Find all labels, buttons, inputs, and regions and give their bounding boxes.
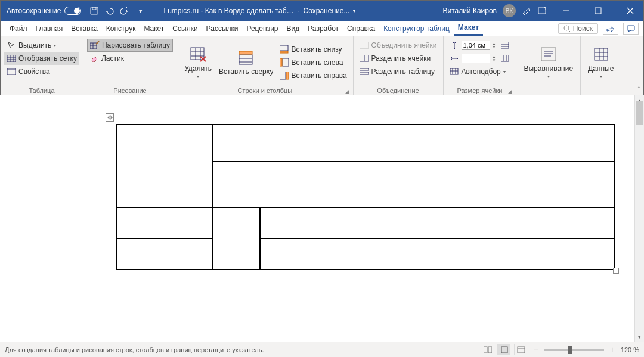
- insert-left-button[interactable]: Вставить слева: [277, 56, 349, 69]
- group-label-rows-cols: Строки и столбцы◢: [181, 86, 349, 95]
- comments-button[interactable]: [623, 23, 639, 35]
- draw-mode-icon[interactable]: [522, 6, 531, 15]
- share-button[interactable]: [603, 23, 618, 35]
- svg-rect-35: [280, 72, 286, 79]
- title-separator: -: [298, 7, 300, 15]
- vertical-scrollbar[interactable]: ▴ ▾: [634, 95, 644, 342]
- search-box[interactable]: Поиск: [558, 23, 598, 34]
- svg-rect-31: [280, 45, 288, 51]
- tab-table-layout[interactable]: Макет: [454, 21, 483, 36]
- draw-table-button[interactable]: Нарисовать таблицу: [87, 39, 173, 52]
- close-button[interactable]: [617, 1, 643, 21]
- row-height-input[interactable]: ▲▼: [447, 39, 513, 52]
- tab-design[interactable]: Конструк: [102, 21, 140, 36]
- insert-left-icon: [280, 58, 289, 67]
- tab-developer[interactable]: Разработ: [304, 21, 343, 36]
- svg-rect-33: [283, 58, 289, 66]
- print-layout-icon[interactable]: [497, 344, 510, 355]
- spinner-icon[interactable]: ▲▼: [493, 55, 496, 62]
- delete-button[interactable]: Удалить ▾: [181, 43, 215, 82]
- tab-home[interactable]: Главная: [32, 21, 67, 36]
- group-label-cell-size: Размер ячейки◢: [447, 86, 513, 95]
- redo-icon[interactable]: [120, 6, 130, 15]
- distribute-cols-icon[interactable]: [500, 54, 510, 63]
- text-cursor: [120, 218, 120, 228]
- eraser-button[interactable]: Ластик: [87, 52, 173, 65]
- insert-right-button[interactable]: Вставить справа: [277, 69, 349, 82]
- alignment-icon: [540, 45, 558, 63]
- svg-rect-9: [627, 26, 634, 30]
- svg-rect-27: [239, 55, 252, 64]
- tab-table-design[interactable]: Конструктор таблиц: [379, 21, 454, 36]
- properties-button[interactable]: Свойства: [4, 65, 79, 78]
- chevron-down-icon: ▾: [547, 74, 550, 79]
- height-field[interactable]: [462, 41, 490, 50]
- read-mode-icon[interactable]: [481, 344, 494, 355]
- zoom-out-icon[interactable]: −: [531, 345, 540, 355]
- svg-rect-10: [7, 55, 16, 62]
- insert-right-icon: [280, 71, 289, 80]
- scrollbar-thumb[interactable]: [636, 101, 643, 125]
- svg-rect-32: [280, 51, 288, 53]
- col-width-input[interactable]: ▲▼: [447, 52, 513, 65]
- table-resize-handle-icon[interactable]: [613, 268, 619, 274]
- distribute-rows-icon[interactable]: [500, 41, 510, 50]
- user-avatar[interactable]: ВК: [503, 4, 516, 17]
- merge-cells-button[interactable]: Объединить ячейки: [357, 39, 439, 52]
- tab-view[interactable]: Вид: [283, 21, 304, 36]
- tab-file[interactable]: Файл: [5, 21, 32, 36]
- autosave-toggle[interactable]: [64, 7, 81, 15]
- autofit-button[interactable]: Автоподбор ▾: [447, 65, 513, 78]
- zoom-slider-thumb[interactable]: [568, 346, 572, 354]
- chevron-down-icon: ▾: [197, 74, 199, 79]
- svg-rect-64: [488, 347, 492, 353]
- minimize-button[interactable]: [553, 1, 579, 21]
- insert-below-button[interactable]: Вставить снизу: [277, 43, 349, 56]
- tab-mailings[interactable]: Рассылки: [202, 21, 243, 36]
- alignment-button[interactable]: Выравнивание ▾: [520, 43, 577, 82]
- row-height-icon: [450, 41, 459, 50]
- svg-rect-47: [501, 55, 509, 61]
- spinner-icon[interactable]: ▲▼: [493, 42, 496, 49]
- save-icon[interactable]: [89, 6, 99, 15]
- dialog-launcher-icon[interactable]: ◢: [345, 88, 349, 94]
- maximize-button[interactable]: [585, 1, 611, 21]
- table-move-handle-icon[interactable]: ✥: [106, 113, 114, 122]
- svg-rect-0: [91, 7, 98, 14]
- svg-rect-30: [239, 51, 252, 54]
- tab-review[interactable]: Рецензир: [242, 21, 282, 36]
- qat-customize-icon[interactable]: ▾: [136, 6, 145, 15]
- tab-help[interactable]: Справка: [343, 21, 379, 36]
- undo-icon[interactable]: [105, 6, 114, 15]
- tab-references[interactable]: Ссылки: [168, 21, 202, 36]
- zoom-level[interactable]: 120 %: [621, 346, 639, 353]
- saving-status-dropdown-icon[interactable]: ▾: [353, 8, 355, 14]
- web-layout-icon[interactable]: [514, 344, 527, 355]
- svg-rect-37: [360, 42, 369, 48]
- user-name[interactable]: Виталий Каиров: [442, 7, 497, 15]
- dialog-launcher-icon[interactable]: ◢: [508, 88, 512, 94]
- scroll-down-icon[interactable]: ▾: [635, 332, 644, 342]
- title-text: Lumpics.ru - Как в Ворде сделать таб… - …: [163, 7, 355, 15]
- svg-rect-58: [595, 48, 608, 60]
- svg-rect-54: [541, 48, 556, 61]
- zoom-slider[interactable]: [544, 349, 604, 351]
- tab-layout[interactable]: Макет: [140, 21, 168, 36]
- split-cells-button[interactable]: Разделить ячейки: [357, 52, 439, 65]
- insert-below-icon: [280, 45, 289, 54]
- width-field[interactable]: [462, 54, 490, 63]
- document-title: Lumpics.ru - Как в Ворде сделать таб…: [163, 7, 293, 15]
- ribbon-display-options-icon[interactable]: [537, 6, 547, 15]
- autosave-toggle-area: Автосохранение: [7, 7, 81, 15]
- zoom-in-icon[interactable]: +: [608, 345, 617, 355]
- select-button[interactable]: Выделить ▾: [4, 39, 79, 52]
- tab-insert[interactable]: Вставка: [67, 21, 102, 36]
- eraser-icon: [89, 54, 99, 63]
- drawn-table[interactable]: ✥: [116, 124, 615, 270]
- data-button[interactable]: Данные ▾: [584, 43, 617, 82]
- collapse-ribbon-icon[interactable]: ˆ: [638, 86, 640, 93]
- view-gridlines-button[interactable]: Отобразить сетку: [4, 52, 79, 65]
- insert-above-button[interactable]: Вставить сверху: [215, 46, 277, 78]
- document-page[interactable]: ✥: [0, 95, 634, 342]
- split-table-button[interactable]: Разделить таблицу: [357, 65, 439, 78]
